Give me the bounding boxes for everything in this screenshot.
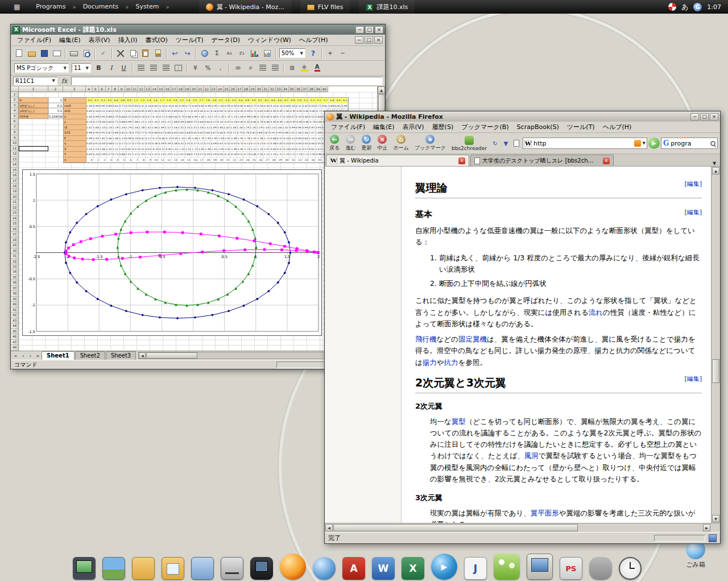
table-cell[interactable]: 0.01 bbox=[289, 141, 296, 146]
table-cell[interactable]: -0.79 bbox=[257, 119, 263, 124]
table-cell[interactable]: 6.0 bbox=[335, 98, 342, 103]
table-cell[interactable]: -1.07 bbox=[172, 147, 179, 152]
table-cell[interactable]: 0.15 bbox=[289, 136, 296, 141]
wiki-link[interactable]: 揚力 bbox=[423, 358, 437, 367]
column-header[interactable]: 11 bbox=[132, 86, 139, 92]
excel-menu-item[interactable]: 表示(V) bbox=[85, 35, 114, 45]
wiki-link[interactable]: 飛行機 bbox=[415, 335, 437, 343]
table-cell[interactable]: 0.87 bbox=[263, 130, 270, 135]
save-button[interactable] bbox=[38, 47, 50, 59]
table-cell[interactable]: 0.64 bbox=[185, 130, 192, 135]
table-cell[interactable]: -1.00 bbox=[283, 119, 289, 124]
dock-item-playstation[interactable]: PS bbox=[560, 557, 582, 580]
table-cell[interactable]: 0.27 bbox=[211, 119, 218, 124]
table-cell[interactable]: 0.60 bbox=[198, 119, 205, 124]
print-button[interactable] bbox=[68, 47, 80, 59]
table-cell[interactable]: 32 bbox=[296, 157, 303, 163]
table-cell[interactable]: 0.27 bbox=[93, 119, 100, 124]
table-cell[interactable]: -0.44 bbox=[270, 114, 276, 119]
table-cell[interactable]: -1.00 bbox=[217, 103, 224, 109]
table-cell[interactable]: -2.03 bbox=[211, 147, 218, 152]
table-cell[interactable]: 0.31 bbox=[139, 103, 146, 109]
table-cell[interactable]: 1.06 bbox=[303, 130, 309, 135]
table-cell[interactable]: -0.71 bbox=[316, 109, 322, 114]
table-cell[interactable]: 0.84 bbox=[113, 130, 119, 135]
table-cell[interactable]: -1.85 bbox=[198, 147, 205, 152]
table-cell[interactable]: 0.66 bbox=[165, 130, 172, 135]
table-cell[interactable]: 0.78 bbox=[126, 130, 133, 135]
table-cell[interactable]: -0.16 bbox=[159, 103, 166, 109]
taskbar-menu-system[interactable]: System bbox=[130, 0, 164, 14]
table-cell[interactable]: 0.89 bbox=[133, 109, 139, 114]
sheet-tab-sheet3[interactable]: Sheet3 bbox=[106, 351, 136, 360]
dock-item-wallpaper[interactable] bbox=[102, 557, 125, 580]
table-cell[interactable]: -0.88 bbox=[263, 119, 270, 124]
table-cell[interactable]: -0.02 bbox=[283, 141, 289, 146]
table-cell[interactable]: -1.11 bbox=[263, 152, 270, 157]
table-cell[interactable]: 0.68 bbox=[217, 130, 224, 135]
table-cell[interactable]: -0.11 bbox=[263, 141, 270, 146]
download-button[interactable]: ▼ bbox=[501, 139, 511, 148]
table-cell[interactable]: 0.38 bbox=[172, 141, 179, 146]
table-cell[interactable]: -1.96 bbox=[204, 147, 211, 152]
table-cell[interactable]: 0.57 bbox=[106, 152, 113, 157]
column-header[interactable]: 4 bbox=[86, 86, 93, 92]
excel-menu-item[interactable]: ウィンドウ(W) bbox=[244, 35, 295, 45]
table-cell[interactable]: -0.31 bbox=[165, 103, 172, 109]
firefox-menu-item[interactable]: 履歴(S) bbox=[428, 122, 458, 132]
next-sheet-icon[interactable]: › bbox=[27, 353, 34, 359]
table-cell[interactable]: 3.1 bbox=[217, 98, 224, 103]
table-cell[interactable]: 15 bbox=[185, 157, 192, 163]
column-headers[interactable]: 1234567891011121314151617181920212223242… bbox=[19, 86, 328, 92]
dock-item-gamepad[interactable] bbox=[589, 557, 612, 580]
table-cell[interactable]: 0.89 bbox=[106, 103, 113, 109]
undo-button[interactable]: ↩ bbox=[169, 47, 181, 59]
table-cell[interactable]: -0.99 bbox=[276, 109, 283, 114]
data-table[interactable]: S0.00.20.30.50.60.80.91.11.31.41.61.71.9… bbox=[63, 97, 349, 163]
table-cell[interactable]: -1.23 bbox=[276, 152, 283, 157]
table-cell[interactable]: -0.95 bbox=[296, 109, 303, 114]
table-cell[interactable]: 0.99 bbox=[146, 109, 152, 114]
row-header[interactable]: 45 bbox=[11, 329, 19, 334]
table-cell[interactable]: 1.49 bbox=[211, 125, 218, 130]
column-header[interactable]: 38 bbox=[308, 86, 315, 92]
table-cell[interactable]: -0.46 bbox=[159, 136, 166, 141]
table-cell[interactable]: 2.7 bbox=[198, 98, 205, 103]
table-cell[interactable]: 0.17 bbox=[119, 141, 126, 146]
column-header[interactable]: 16 bbox=[164, 86, 171, 92]
row-header[interactable]: 48 bbox=[11, 345, 19, 350]
reload-button[interactable]: ↻更新 bbox=[359, 134, 374, 153]
table-cell[interactable]: 1.46 bbox=[100, 147, 106, 152]
table-cell[interactable]: -0.99 bbox=[243, 114, 250, 119]
row-header[interactable]: 18 bbox=[11, 184, 19, 189]
row-header[interactable]: 28 bbox=[11, 238, 19, 243]
table-cell[interactable]: 0.39 bbox=[165, 141, 172, 146]
table-cell[interactable]: 0.32 bbox=[139, 141, 146, 146]
row-header[interactable]: 7 bbox=[11, 124, 19, 130]
column-header[interactable]: 22 bbox=[204, 86, 210, 92]
table-cell[interactable]: 1.23 bbox=[159, 152, 166, 157]
ime-indicator[interactable]: あ bbox=[681, 2, 688, 12]
table-cell[interactable]: -0.60 bbox=[263, 114, 270, 119]
table-cell[interactable]: 26 bbox=[257, 157, 263, 163]
table-cell[interactable]: 16 bbox=[191, 157, 198, 163]
column-header[interactable]: 3 bbox=[63, 86, 86, 92]
table-cell[interactable]: 1.02 bbox=[119, 147, 126, 152]
table-cell[interactable]: 30 bbox=[283, 157, 289, 163]
table-cell[interactable]: -0.60 bbox=[172, 114, 179, 119]
table-cell[interactable]: 0.84 bbox=[257, 130, 263, 135]
table-cell[interactable]: 1.55 bbox=[191, 125, 198, 130]
tray-pinwheel-icon[interactable] bbox=[668, 3, 676, 11]
table-cell[interactable]: -0.75 bbox=[178, 114, 185, 119]
table-cell[interactable]: -0.07 bbox=[224, 119, 231, 124]
row-header[interactable]: 33 bbox=[11, 264, 19, 269]
table-cell[interactable]: 0.68 bbox=[316, 114, 322, 119]
column-header[interactable]: 21 bbox=[197, 86, 204, 92]
table-cell[interactable]: 27 bbox=[263, 157, 270, 163]
table-cell[interactable]: 4.7 bbox=[283, 98, 289, 103]
table-cell[interactable]: 1.55 bbox=[185, 125, 192, 130]
table-cell[interactable]: 29 bbox=[276, 157, 283, 163]
table-cell[interactable]: -1.90 bbox=[237, 136, 244, 141]
table-cell[interactable]: 0.45 bbox=[106, 109, 113, 114]
table-cell[interactable]: -0.95 bbox=[230, 103, 237, 109]
